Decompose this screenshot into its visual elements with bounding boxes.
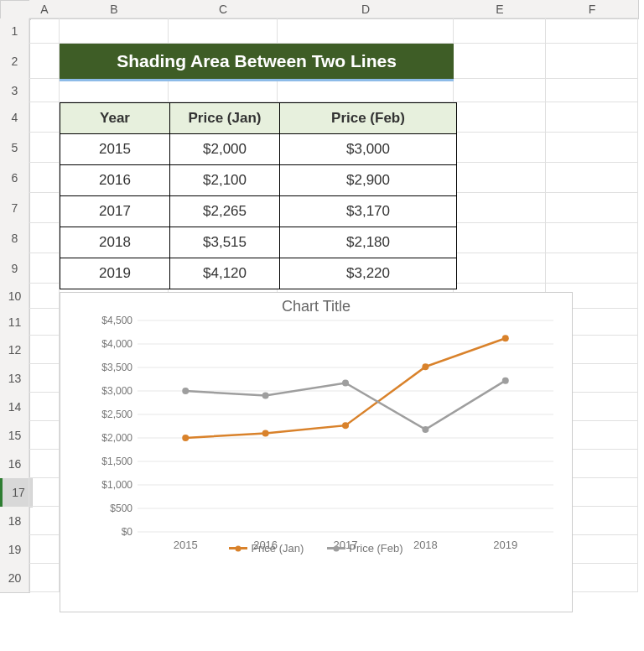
chart-plot-area[interactable]: $0$500$1,000$1,500$2,000$2,500$3,000$3,5… bbox=[138, 320, 553, 532]
table-cell[interactable]: $4,120 bbox=[170, 258, 280, 289]
col-header-A[interactable]: A bbox=[29, 0, 60, 19]
table-cell[interactable]: $2,180 bbox=[280, 227, 457, 258]
row-header-5[interactable]: 5 bbox=[0, 133, 30, 164]
table-cell[interactable]: $2,265 bbox=[170, 196, 280, 227]
table-cell[interactable]: 2017 bbox=[60, 196, 170, 227]
y-axis-tick: $4,500 bbox=[101, 315, 138, 326]
series-price-jan-[interactable] bbox=[182, 335, 509, 441]
row-header-15[interactable]: 15 bbox=[0, 421, 30, 450]
svg-point-14 bbox=[502, 335, 509, 341]
col-header-F[interactable]: F bbox=[546, 0, 639, 19]
svg-point-15 bbox=[182, 388, 189, 394]
col-header-B[interactable]: B bbox=[60, 0, 169, 19]
table-cell[interactable]: 2015 bbox=[60, 134, 170, 165]
col-header-D[interactable]: D bbox=[278, 0, 454, 19]
x-axis-tick: 2016 bbox=[253, 532, 278, 551]
svg-point-11 bbox=[262, 430, 269, 436]
y-axis-tick: $3,500 bbox=[101, 362, 138, 373]
y-axis-tick: $2,000 bbox=[101, 432, 138, 444]
col-header-E[interactable]: E bbox=[454, 0, 547, 19]
x-axis-tick: 2018 bbox=[413, 532, 438, 551]
table-cell[interactable]: $3,000 bbox=[280, 134, 457, 165]
svg-point-19 bbox=[502, 378, 509, 384]
y-axis-tick: $4,000 bbox=[101, 338, 138, 350]
table-cell[interactable]: $3,515 bbox=[170, 227, 280, 258]
row-header-4[interactable]: 4 bbox=[0, 102, 30, 133]
table-cell[interactable]: 2016 bbox=[60, 165, 170, 196]
row-header-8[interactable]: 8 bbox=[0, 223, 30, 254]
row-header-19[interactable]: 19 bbox=[0, 535, 30, 565]
svg-point-18 bbox=[422, 426, 428, 433]
svg-point-16 bbox=[262, 393, 269, 399]
row-header-9[interactable]: 9 bbox=[0, 253, 30, 284]
table-cell[interactable]: 2019 bbox=[60, 258, 170, 289]
x-axis-tick: 2015 bbox=[174, 532, 198, 551]
table-header[interactable]: Price (Jan) bbox=[170, 103, 280, 134]
table-cell[interactable]: $2,900 bbox=[280, 165, 457, 196]
svg-point-10 bbox=[182, 435, 189, 441]
chart-object[interactable]: Chart Title $0$500$1,000$1,500$2,000$2,5… bbox=[60, 292, 573, 612]
col-header-C[interactable]: C bbox=[169, 0, 278, 19]
row-header-3[interactable]: 3 bbox=[0, 79, 30, 103]
y-axis-tick: $3,000 bbox=[101, 385, 138, 397]
row-header-6[interactable]: 6 bbox=[0, 163, 30, 194]
y-axis-tick: $500 bbox=[110, 503, 138, 514]
row-header-14[interactable]: 14 bbox=[0, 393, 30, 422]
y-axis-tick: $1,000 bbox=[101, 479, 138, 491]
y-axis-tick: $2,500 bbox=[101, 409, 138, 420]
row-header-2[interactable]: 2 bbox=[0, 44, 30, 80]
title-text: Shading Area Between Two Lines bbox=[117, 51, 397, 71]
title-banner: Shading Area Between Two Lines bbox=[60, 44, 454, 81]
spreadsheet: ABCDEF 1234567891011121314151617181920 S… bbox=[0, 0, 644, 651]
data-table: YearPrice (Jan)Price (Feb)2015$2,000$3,0… bbox=[60, 102, 457, 289]
row-header-18[interactable]: 18 bbox=[0, 507, 30, 536]
select-all-corner[interactable] bbox=[0, 0, 31, 20]
table-header[interactable]: Price (Feb) bbox=[280, 103, 457, 134]
svg-point-17 bbox=[342, 379, 349, 386]
row-header-11[interactable]: 11 bbox=[0, 309, 30, 336]
svg-point-13 bbox=[422, 363, 428, 370]
row-header-13[interactable]: 13 bbox=[0, 364, 30, 393]
row-header-12[interactable]: 12 bbox=[0, 336, 30, 365]
table-cell[interactable]: 2018 bbox=[60, 227, 170, 258]
row-header-16[interactable]: 16 bbox=[0, 450, 30, 479]
row-header-20[interactable]: 20 bbox=[0, 564, 30, 593]
table-cell[interactable]: $2,000 bbox=[170, 134, 280, 165]
y-axis-tick: $0 bbox=[122, 526, 138, 538]
table-cell[interactable]: $2,100 bbox=[170, 165, 280, 196]
row-header-7[interactable]: 7 bbox=[0, 193, 30, 224]
table-header[interactable]: Year bbox=[60, 103, 170, 134]
svg-point-12 bbox=[342, 422, 349, 429]
row-header-1[interactable]: 1 bbox=[0, 18, 30, 44]
row-header-10[interactable]: 10 bbox=[0, 284, 30, 310]
table-cell[interactable]: $3,220 bbox=[280, 258, 457, 289]
y-axis-tick: $1,500 bbox=[101, 456, 138, 467]
x-axis-tick: 2019 bbox=[493, 532, 517, 551]
table-cell[interactable]: $3,170 bbox=[280, 196, 457, 227]
